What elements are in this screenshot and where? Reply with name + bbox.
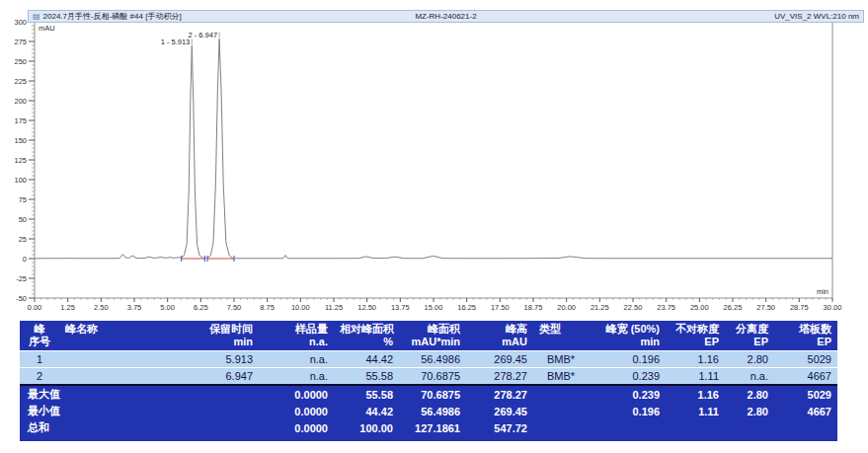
peak-cell: BMB*: [533, 368, 592, 386]
summary-cell: 5029: [774, 385, 837, 403]
x-tick-label: 25.00: [690, 303, 709, 312]
x-axis-unit: min: [817, 287, 829, 296]
summary-row: 最小值0.000044.4256.4986269.450.1961.112.80…: [20, 403, 837, 419]
summary-cell: [197, 385, 259, 403]
summary-cell: 0.0000: [259, 419, 334, 439]
peak-label: 2 - 6.947: [188, 31, 217, 39]
column-header: 不对称度EP: [666, 321, 725, 351]
summary-cell: 4667: [774, 403, 837, 419]
summary-cell: [774, 419, 837, 439]
x-tick-label: 7.50: [227, 303, 242, 312]
chromatogram-panel: 3002752502252001751501251007550250-25-50…: [0, 0, 868, 314]
peak-results-table: 峰序号峰名称 保留时间min样品量n.a.相对峰面积%峰面积mAU*min峰高m…: [20, 321, 837, 441]
summary-cell: [666, 419, 725, 439]
summary-label: 最小值: [20, 403, 197, 419]
column-header: 峰序号: [20, 321, 59, 351]
summary-cell: 269.45: [466, 403, 533, 419]
summary-cell: 2.80: [725, 385, 774, 403]
peak-cell: 2.80: [725, 351, 774, 368]
column-header: 类型: [533, 321, 592, 351]
y-tick-label: 225: [14, 77, 27, 86]
column-header: 塔板数EP: [774, 321, 837, 351]
summary-cell: [533, 385, 592, 403]
summary-cell: [533, 419, 592, 439]
summary-cell: 0.239: [592, 385, 666, 403]
x-tick-label: 17.50: [491, 303, 510, 312]
chromatogram-chart[interactable]: 3002752502252001751501251007550250-25-50…: [0, 0, 868, 314]
peak-cell: n.a.: [259, 368, 334, 386]
summary-cell: 1.16: [666, 385, 725, 403]
x-tick-label: 8.75: [260, 303, 275, 312]
peak-cell: 6.947: [197, 368, 259, 386]
peak-cell: 1.11: [666, 368, 725, 386]
chromatogram-icon: ▤: [33, 13, 40, 21]
summary-label: 总和: [20, 419, 197, 439]
x-tick-label: 30.00: [824, 303, 842, 312]
summary-cell: 278.27: [466, 385, 533, 403]
y-tick-label: 0: [23, 255, 27, 264]
y-tick-label: 25: [19, 235, 27, 244]
summary-row: 总和0.0000100.00127.1861547.72: [20, 419, 837, 439]
peak-cell: [59, 351, 197, 368]
x-tick-label: 0.00: [28, 303, 42, 312]
chromatogram-title-bar: ▤ 2024.7月手性-反相-磷酸 #44 [手动积分] MZ-RH-24062…: [28, 10, 864, 23]
summary-cell: [197, 419, 259, 439]
peak-row[interactable]: 15.913n.a.44.4256.4986269.45BMB*0.1961.1…: [20, 351, 837, 368]
peak-cell: 5.913: [197, 351, 259, 368]
peak-cell: 4667: [774, 368, 837, 386]
summary-cell: [725, 419, 774, 439]
x-tick-label: 16.25: [457, 303, 476, 312]
column-header: 保留时间min: [197, 321, 259, 351]
peak-cell: BMB*: [533, 351, 592, 368]
summary-label: 最大值: [20, 385, 197, 403]
column-header: 相对峰面积%: [334, 321, 399, 351]
peak-cell: n.a.: [259, 351, 334, 368]
summary-cell: [197, 403, 259, 419]
peak-cell: 1.16: [666, 351, 725, 368]
peak-cell: 0.239: [592, 368, 666, 386]
y-tick-label: -50: [16, 294, 27, 303]
x-tick-label: 6.25: [194, 303, 208, 312]
peak-cell: n.a.: [725, 368, 774, 386]
summary-cell: 55.58: [334, 385, 399, 403]
peak-cell: 56.4986: [399, 351, 466, 368]
x-tick-label: 13.75: [391, 303, 410, 312]
x-tick-label: 21.25: [591, 303, 609, 312]
peak-row[interactable]: 26.947n.a.55.5870.6875278.27BMB*0.2391.1…: [20, 368, 837, 386]
column-header: 峰高mAU: [466, 321, 533, 351]
peak-cell: 55.58: [334, 368, 399, 386]
summary-cell: 44.42: [334, 403, 399, 419]
summary-cell: 0.196: [592, 403, 666, 419]
x-tick-label: 28.75: [790, 303, 809, 312]
summary-cell: 127.1861: [399, 419, 466, 439]
summary-cell: [592, 419, 666, 439]
y-tick-label: 100: [14, 176, 27, 185]
x-tick-label: 22.50: [624, 303, 643, 312]
summary-cell: 1.11: [666, 403, 725, 419]
x-tick-label: 15.00: [425, 303, 443, 312]
channel-label: UV_VIS_2 WVL:210 nm: [584, 12, 859, 22]
y-tick-label: 150: [14, 136, 27, 145]
peak-cell: 0.196: [592, 351, 666, 368]
summary-cell: 2.80: [725, 403, 774, 419]
x-tick-label: 1.25: [60, 303, 75, 312]
y-tick-label: 75: [19, 195, 27, 204]
x-tick-label: 12.50: [357, 303, 376, 312]
x-tick-label: 23.75: [657, 303, 675, 312]
table-header-row: 峰序号峰名称 保留时间min样品量n.a.相对峰面积%峰面积mAU*min峰高m…: [20, 321, 837, 351]
column-header: 峰面积mAU*min: [399, 321, 466, 351]
y-axis-unit: mAU: [39, 24, 55, 33]
x-tick-label: 3.75: [127, 303, 142, 312]
x-tick-label: 20.00: [557, 303, 576, 312]
x-tick-label: 27.50: [756, 303, 775, 312]
x-tick-label: 11.25: [325, 303, 343, 312]
peak-cell: 278.27: [466, 368, 533, 386]
peak-cell: 44.42: [334, 351, 399, 368]
column-header: 峰名称: [59, 321, 197, 351]
y-tick-label: 300: [14, 18, 27, 27]
peak-cell: 269.45: [466, 351, 533, 368]
peak-label: 1 - 5.913: [161, 38, 191, 46]
x-tick-label: 5.00: [160, 303, 175, 312]
peak-cell: 70.6875: [399, 368, 466, 386]
x-tick-label: 10.00: [291, 303, 310, 312]
